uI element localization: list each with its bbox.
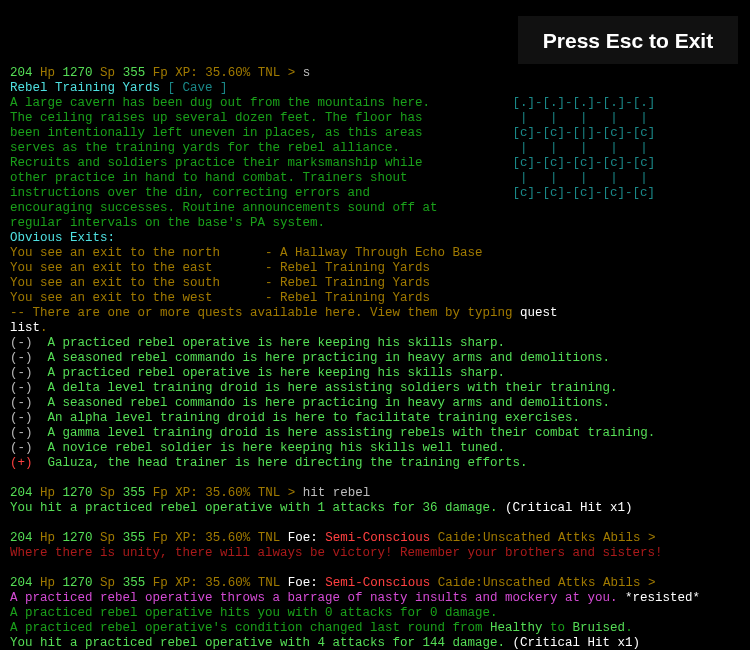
line: (-) A seasoned rebel commando is here pr… <box>10 396 740 411</box>
hp-value: 204 <box>10 486 33 500</box>
hp-value: 204 <box>10 576 33 590</box>
combat-hit-4: You hit a practiced rebel operative with… <box>10 636 513 650</box>
foe-label: Foe: <box>288 576 318 590</box>
sp-label: Sp <box>100 66 115 80</box>
room-desc: instructions over the din, correcting er… <box>10 186 370 200</box>
mob-text: A seasoned rebel commando is here practi… <box>48 351 611 365</box>
line: (-) A delta level training droid is here… <box>10 381 740 396</box>
line: You see an exit to the north - A Hallway… <box>10 246 740 261</box>
line: (-) A novice rebel soldier is here keepi… <box>10 441 740 456</box>
line: A practiced rebel operative's condition … <box>10 621 740 636</box>
mob-text: Galuza, the head trainer is here directi… <box>48 456 528 470</box>
tnl-label: TNL <box>258 576 281 590</box>
line: (-) A practiced rebel operative is here … <box>10 366 740 381</box>
cond-bruised: Bruised <box>573 621 626 635</box>
mob-text: A practiced rebel operative is here keep… <box>48 366 506 380</box>
exit-dir: You see an exit to the east <box>10 261 213 275</box>
cond-c: to <box>543 621 573 635</box>
room-desc: been intentionally left uneven in places… <box>10 126 423 140</box>
quest-cmd-part-2: list <box>10 321 40 335</box>
mud-terminal[interactable]: 204 Hp 1270 Sp 355 Fp XP: 35.60% TNL > s… <box>10 66 740 650</box>
cond-a: A practiced rebel operative's condition … <box>10 621 490 635</box>
line: (-) A seasoned rebel commando is here pr… <box>10 351 740 366</box>
mob-flag: (+) <box>10 456 33 470</box>
line: 204 Hp 1270 Sp 355 Fp XP: 35.60% TNL Foe… <box>10 576 740 591</box>
foe-label: Foe: <box>288 531 318 545</box>
sp-value: 1270 <box>63 576 93 590</box>
line: Where there is unity, there will always … <box>10 546 740 561</box>
line: (-) A practiced rebel operative is here … <box>10 336 740 351</box>
hp-label: Hp <box>40 576 55 590</box>
room-desc: regular intervals on the base's PA syste… <box>10 216 325 230</box>
minimap-row: [c]-[c]-[|]-[c]-[c] <box>513 126 656 140</box>
room-desc: A large cavern has been dug out from the… <box>10 96 430 110</box>
mob-text: A practiced rebel operative is here keep… <box>48 336 506 350</box>
mob-flag: (-) <box>10 381 33 395</box>
exit-dest: - Rebel Training Yards <box>265 261 430 275</box>
sp-label: Sp <box>100 531 115 545</box>
sp-label: Sp <box>100 576 115 590</box>
minimap-row: [c]-[c]-[c]-[c]-[c] <box>513 186 656 200</box>
room-desc: other practice in hand to hand combat. T… <box>10 171 408 185</box>
minimap-row: [c]-[c]-[c]-[c]-[c] <box>513 156 656 170</box>
line: Rebel Training Yards [ Cave ] <box>10 81 740 96</box>
line: 204 Hp 1270 Sp 355 Fp XP: 35.60% TNL > s <box>10 66 740 81</box>
exit-dest: - Rebel Training Yards <box>265 291 430 305</box>
line: Obvious Exits: <box>10 231 740 246</box>
mob-flag: (-) <box>10 396 33 410</box>
sp-value: 1270 <box>63 486 93 500</box>
line: other practice in hand to hand combat. T… <box>10 171 740 186</box>
mob-flag: (-) <box>10 426 33 440</box>
line: been intentionally left uneven in places… <box>10 126 740 141</box>
exit-dir: You see an exit to the north <box>10 246 220 260</box>
mob-flag: (-) <box>10 336 33 350</box>
line <box>10 561 740 576</box>
insult-line: A practiced rebel operative throws a bar… <box>10 591 625 605</box>
room-name: Rebel Training Yards <box>10 81 160 95</box>
line: (-) A gamma level training droid is here… <box>10 426 740 441</box>
xp-label: XP: <box>175 486 198 500</box>
xp-value: 35.60% <box>205 576 250 590</box>
exit-dest: - Rebel Training Yards <box>265 276 430 290</box>
line: A practiced rebel operative throws a bar… <box>10 591 740 606</box>
line: (-) An alpha level training droid is her… <box>10 411 740 426</box>
mob-text: A seasoned rebel commando is here practi… <box>48 396 611 410</box>
mob-text: A gamma level training droid is here ass… <box>48 426 656 440</box>
quest-hint-end: . <box>40 321 48 335</box>
mob-flag: (-) <box>10 351 33 365</box>
command-input-1: s <box>303 66 311 80</box>
esc-to-exit-text: Press Esc to Exit <box>543 33 713 48</box>
combat-miss: A practiced rebel operative hits you wit… <box>10 606 498 620</box>
line: (+) Galuza, the head trainer is here dir… <box>10 456 740 471</box>
room-desc: serves as the training yards for the reb… <box>10 141 400 155</box>
sp-value: 1270 <box>63 66 93 80</box>
crit-flag: (Critical Hit x1) <box>513 636 641 650</box>
cond-healthy: Healthy <box>490 621 543 635</box>
mob-flag: (-) <box>10 441 33 455</box>
line: instructions over the din, correcting er… <box>10 186 740 201</box>
exit-dir: You see an exit to the south <box>10 276 220 290</box>
esc-to-exit-overlay: Press Esc to Exit <box>518 16 738 64</box>
line: regular intervals on the base's PA syste… <box>10 216 740 231</box>
mob-text: An alpha level training droid is here to… <box>48 411 581 425</box>
quest-cmd-part-1: quest <box>520 306 558 320</box>
hp-value: 204 <box>10 531 33 545</box>
sp-label: Sp <box>100 486 115 500</box>
xp-value: 35.60% <box>205 66 250 80</box>
exit-dir: You see an exit to the west <box>10 291 213 305</box>
minimap-row: | | | | | <box>513 171 656 185</box>
hp-label: Hp <box>40 531 55 545</box>
fp-value: 355 <box>123 486 146 500</box>
room-desc: Recruits and soldiers practice their mar… <box>10 156 423 170</box>
fp-value: 355 <box>123 66 146 80</box>
self-label: Caide: <box>438 531 483 545</box>
line: You hit a practiced rebel operative with… <box>10 501 740 516</box>
fp-label: Fp <box>153 576 168 590</box>
line: -- There are one or more quests availabl… <box>10 306 740 321</box>
exits-heading: Obvious Exits: <box>10 231 115 245</box>
line: encouraging successes. Routine announcem… <box>10 201 740 216</box>
line: 204 Hp 1270 Sp 355 Fp XP: 35.60% TNL Foe… <box>10 531 740 546</box>
foe-state: Semi-Conscious <box>325 576 430 590</box>
room-tag: [ Cave ] <box>168 81 228 95</box>
xp-label: XP: <box>175 531 198 545</box>
